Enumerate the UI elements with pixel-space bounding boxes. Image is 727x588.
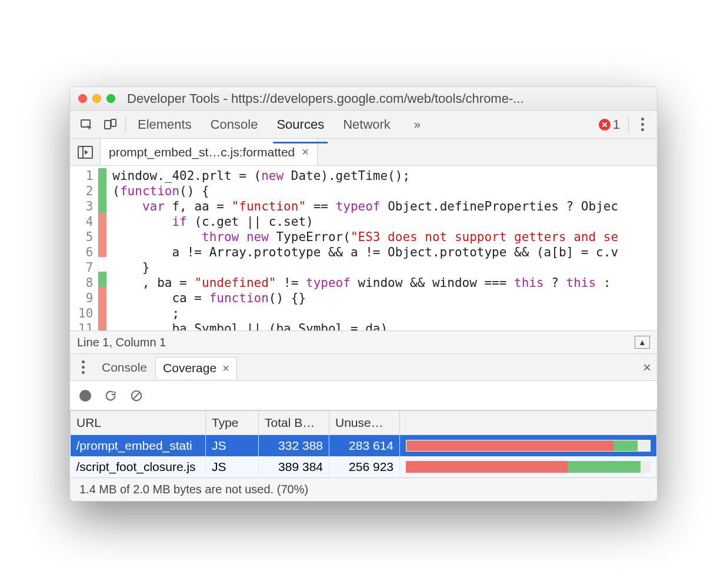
table-header-row: URL Type Total B… Unuse…	[71, 411, 657, 435]
code-line[interactable]: if (c.get || c.set)	[112, 214, 657, 229]
cell-type: JS	[206, 435, 259, 457]
window-title: Developer Tools - https://developers.goo…	[127, 91, 649, 106]
close-icon[interactable]: ×	[222, 362, 229, 375]
error-icon	[599, 119, 611, 131]
reload-icon[interactable]	[104, 389, 117, 402]
tab-elements[interactable]: Elements	[136, 112, 193, 137]
line-number: 7	[78, 260, 93, 275]
cell-bar	[400, 456, 657, 477]
inspect-element-icon[interactable]	[75, 113, 98, 136]
line-number: 8	[78, 275, 93, 290]
tab-sources[interactable]: Sources	[275, 112, 325, 137]
col-unused[interactable]: Unuse…	[329, 411, 400, 435]
line-number: 2	[78, 183, 93, 199]
file-tabs-bar: prompt_embed_st…c.js:formatted ×	[70, 139, 657, 166]
code-line[interactable]: ca = function() {}	[112, 290, 657, 306]
coverage-table: URL Type Total B… Unuse… /prompt_embed_s…	[70, 410, 657, 477]
code-line[interactable]: ba.Symbol || (ba.Symbol = da)	[112, 321, 657, 330]
col-url[interactable]: URL	[71, 411, 206, 435]
coverage-marker	[98, 198, 106, 212]
coverage-marker	[98, 272, 106, 286]
clear-icon[interactable]	[130, 389, 143, 402]
close-window-button[interactable]	[78, 94, 87, 103]
main-toolbar: Elements Console Sources Network » 1	[70, 111, 657, 139]
code-line[interactable]: , ba = "undefined" != typeof window && w…	[112, 275, 657, 290]
svg-rect-1	[105, 121, 111, 129]
drawer-menu-icon[interactable]	[76, 360, 90, 374]
coverage-marker	[98, 301, 106, 316]
titlebar: Developer Tools - https://developers.goo…	[70, 87, 657, 111]
cell-url: /prompt_embed_stati	[71, 435, 206, 457]
minimize-window-button[interactable]	[92, 94, 101, 103]
line-number-gutter: 1234567891011	[70, 166, 98, 330]
coverage-gutter	[98, 166, 106, 330]
coverage-marker	[98, 168, 106, 183]
coverage-marker	[98, 316, 106, 330]
col-type[interactable]: Type	[206, 411, 259, 435]
coverage-toolbar	[70, 381, 657, 410]
coverage-marker	[98, 286, 106, 301]
cell-total: 332 388	[259, 435, 329, 457]
code-line[interactable]: }	[112, 260, 657, 275]
code-line[interactable]: ;	[112, 306, 657, 321]
coverage-summary-text: 1.4 MB of 2.0 MB bytes are not used. (70…	[79, 483, 308, 496]
svg-line-6	[134, 392, 140, 399]
coverage-marker	[98, 257, 106, 272]
line-number: 3	[78, 199, 93, 214]
editor-statusbar: Line 1, Column 1 ▲	[70, 330, 657, 354]
line-number: 6	[78, 245, 93, 260]
settings-menu-icon[interactable]	[632, 118, 652, 131]
cell-unused: 256 923	[329, 456, 400, 477]
coverage-summary: 1.4 MB of 2.0 MB bytes are not used. (70…	[70, 477, 657, 501]
line-number: 4	[78, 214, 93, 229]
traffic-lights	[78, 94, 115, 103]
cell-total: 389 384	[259, 456, 329, 477]
separator	[125, 116, 126, 133]
drawer-tab-coverage[interactable]: Coverage ×	[155, 357, 237, 379]
cell-url: /script_foot_closure.js	[71, 456, 206, 477]
error-count: 1	[613, 117, 620, 132]
col-total[interactable]: Total B…	[259, 411, 329, 435]
zoom-window-button[interactable]	[106, 94, 115, 103]
more-tabs-icon[interactable]: »	[408, 118, 426, 131]
error-badge[interactable]: 1	[599, 117, 620, 132]
code-line[interactable]: (function() {	[112, 183, 657, 199]
drawer-tab-console[interactable]: Console	[99, 357, 149, 378]
source-editor[interactable]: 1234567891011 window._402.prlt = (new Da…	[70, 166, 657, 330]
col-visual[interactable]	[400, 411, 657, 435]
device-toggle-icon[interactable]	[98, 113, 122, 136]
table-row[interactable]: /script_foot_closure.jsJS389 384256 923	[71, 456, 657, 477]
tab-console[interactable]: Console	[209, 112, 259, 137]
cell-type: JS	[206, 456, 259, 477]
close-icon[interactable]: ×	[302, 145, 309, 159]
separator	[628, 116, 629, 133]
drawer-tab-label: Coverage	[163, 361, 216, 375]
record-button[interactable]	[79, 390, 91, 402]
drawer-tabs: Console Coverage × ×	[70, 354, 657, 381]
line-number: 10	[78, 306, 93, 321]
panel-tabs: Elements Console Sources Network »	[129, 112, 599, 137]
expand-panel-icon[interactable]: ▲	[635, 336, 650, 349]
line-number: 5	[78, 229, 93, 245]
cell-bar	[400, 435, 657, 457]
devtools-window: Developer Tools - https://developers.goo…	[69, 86, 658, 502]
line-number: 9	[78, 290, 93, 306]
coverage-marker	[98, 227, 106, 242]
coverage-marker	[98, 183, 106, 198]
coverage-marker	[98, 242, 106, 256]
coverage-marker	[98, 212, 106, 227]
cell-unused: 283 614	[329, 435, 400, 457]
file-tab-name: prompt_embed_st…c.js:formatted	[109, 145, 295, 159]
code-line[interactable]: window._402.prlt = (new Date).getTime();	[112, 168, 657, 183]
tab-network[interactable]: Network	[342, 112, 392, 137]
navigator-toggle-icon[interactable]	[70, 139, 101, 165]
code-line[interactable]: a != Array.prototype && a != Object.prot…	[112, 245, 657, 260]
code-line[interactable]: throw new TypeError("ES3 does not suppor…	[112, 229, 657, 245]
table-row[interactable]: /prompt_embed_statiJS332 388283 614	[71, 435, 657, 457]
close-drawer-icon[interactable]: ×	[643, 359, 651, 376]
code-line[interactable]: var f, aa = "function" == typeof Object.…	[112, 199, 657, 214]
svg-rect-2	[111, 119, 116, 126]
line-number: 1	[78, 168, 93, 183]
code-area[interactable]: window._402.prlt = (new Date).getTime();…	[106, 166, 657, 330]
line-number: 11	[78, 321, 93, 330]
